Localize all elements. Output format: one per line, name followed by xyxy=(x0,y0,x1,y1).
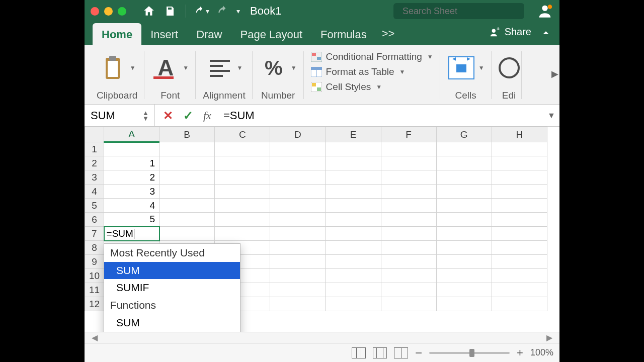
qat-customize-icon[interactable]: ▾ xyxy=(236,7,240,15)
column-header[interactable]: D xyxy=(270,127,326,142)
row-header[interactable]: 7 xyxy=(85,227,104,241)
cell[interactable] xyxy=(326,227,381,241)
cell[interactable] xyxy=(159,142,215,156)
worksheet-grid[interactable]: ABCDEFGH121324354657=SUM89101112 Most Re… xyxy=(85,127,559,332)
cell[interactable] xyxy=(436,213,492,227)
column-header[interactable]: A xyxy=(104,127,159,142)
cell[interactable] xyxy=(436,269,492,283)
cell[interactable] xyxy=(215,227,270,241)
name-box[interactable]: SUM ▲▼ xyxy=(85,105,155,126)
cell[interactable] xyxy=(436,199,492,213)
row-header[interactable]: 9 xyxy=(85,255,104,269)
autocomplete-item[interactable]: SUM xyxy=(104,262,240,279)
alignment-button[interactable]: ▼ xyxy=(206,50,243,85)
cell[interactable] xyxy=(270,227,326,241)
cell[interactable] xyxy=(492,269,547,283)
cell[interactable] xyxy=(270,297,326,311)
column-header[interactable]: H xyxy=(492,127,547,142)
save-icon[interactable] xyxy=(163,4,178,19)
cell[interactable] xyxy=(215,170,270,185)
search-input[interactable] xyxy=(403,6,519,17)
search-box[interactable] xyxy=(393,3,524,19)
cell[interactable] xyxy=(381,269,436,283)
editing-button[interactable] xyxy=(499,50,520,85)
normal-view-button[interactable] xyxy=(352,347,366,358)
cell[interactable] xyxy=(326,269,381,283)
cell[interactable] xyxy=(159,170,215,185)
cell[interactable] xyxy=(270,213,326,227)
cell[interactable] xyxy=(381,170,436,185)
cell[interactable] xyxy=(215,185,270,199)
cell[interactable] xyxy=(492,142,547,156)
expand-formula-bar-icon[interactable]: ▼ xyxy=(543,111,559,120)
cell[interactable] xyxy=(326,297,381,311)
ribbon-scroll-right-icon[interactable]: ▶ xyxy=(551,68,558,79)
number-button[interactable]: %▼ xyxy=(260,50,297,85)
scroll-left-icon[interactable]: ◀ xyxy=(89,333,101,342)
cell[interactable]: 1 xyxy=(104,156,159,170)
cell[interactable] xyxy=(381,227,436,241)
cell[interactable] xyxy=(492,241,547,255)
cell[interactable] xyxy=(492,227,547,241)
cell[interactable] xyxy=(436,255,492,269)
tab-insert[interactable]: Insert xyxy=(141,23,187,45)
cell[interactable] xyxy=(492,170,547,185)
cell[interactable] xyxy=(159,227,215,241)
font-button[interactable]: A ▼ xyxy=(151,50,189,85)
column-header[interactable]: C xyxy=(215,127,270,142)
autocomplete-item[interactable]: SUMIF xyxy=(104,331,240,332)
column-header[interactable]: F xyxy=(381,127,436,142)
collapse-ribbon-icon[interactable] xyxy=(540,27,551,40)
cell[interactable] xyxy=(326,241,381,255)
cell[interactable]: =SUM xyxy=(104,227,159,241)
cell[interactable] xyxy=(436,297,492,311)
row-header[interactable]: 1 xyxy=(85,142,104,156)
page-break-view-button[interactable] xyxy=(394,347,408,358)
cell[interactable] xyxy=(381,255,436,269)
cell[interactable] xyxy=(270,199,326,213)
minimize-window-button[interactable] xyxy=(104,7,113,16)
horizontal-scrollbar[interactable]: ◀ ▶ xyxy=(85,332,559,343)
cell[interactable] xyxy=(215,142,270,156)
row-header[interactable]: 8 xyxy=(85,241,104,255)
cell[interactable] xyxy=(215,213,270,227)
cell[interactable] xyxy=(270,170,326,185)
row-header[interactable]: 5 xyxy=(85,199,104,213)
cell[interactable] xyxy=(326,213,381,227)
zoom-slider[interactable] xyxy=(429,352,510,354)
namebox-stepper[interactable]: ▲▼ xyxy=(142,107,151,124)
tab-home[interactable]: Home xyxy=(93,23,141,45)
cell[interactable] xyxy=(436,227,492,241)
maximize-window-button[interactable] xyxy=(118,7,126,16)
cell[interactable] xyxy=(436,241,492,255)
share-button[interactable]: + Share xyxy=(490,26,531,38)
cell-styles-button[interactable]: Cell Styles▼ xyxy=(311,81,433,93)
cell[interactable] xyxy=(326,170,381,185)
cell[interactable] xyxy=(159,156,215,170)
cell[interactable] xyxy=(270,255,326,269)
undo-icon[interactable]: ▾ xyxy=(194,4,209,19)
row-header[interactable]: 10 xyxy=(85,269,104,283)
redo-icon[interactable] xyxy=(215,4,230,19)
cell[interactable] xyxy=(104,142,159,156)
cell[interactable]: 3 xyxy=(104,185,159,199)
cell[interactable] xyxy=(381,156,436,170)
account-icon[interactable] xyxy=(536,3,553,20)
cell[interactable]: 2 xyxy=(104,170,159,185)
column-header[interactable]: B xyxy=(159,127,215,142)
cell[interactable] xyxy=(381,199,436,213)
formula-input[interactable] xyxy=(219,109,543,122)
cell[interactable] xyxy=(215,156,270,170)
cell[interactable]: 4 xyxy=(104,199,159,213)
cell[interactable] xyxy=(381,283,436,297)
cell[interactable] xyxy=(436,142,492,156)
autocomplete-item[interactable]: SUMIF xyxy=(104,279,240,296)
cell[interactable] xyxy=(270,156,326,170)
cell[interactable] xyxy=(492,283,547,297)
cell[interactable] xyxy=(436,283,492,297)
zoom-in-button[interactable]: + xyxy=(517,346,523,359)
cell[interactable] xyxy=(381,297,436,311)
cell[interactable] xyxy=(270,185,326,199)
cell[interactable] xyxy=(326,199,381,213)
cell[interactable] xyxy=(492,255,547,269)
